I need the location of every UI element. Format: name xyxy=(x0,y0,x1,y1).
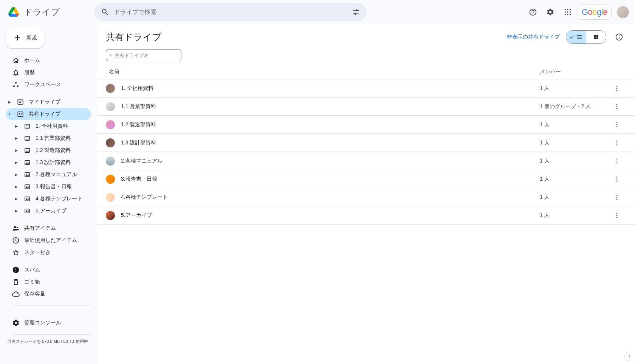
sidebar-item-label: 1.3 設計部資料 xyxy=(36,159,71,166)
sidebar-item-shareddrive-child[interactable]: ▶ 1. 全社用資料 xyxy=(6,120,91,132)
search-input[interactable] xyxy=(113,9,348,15)
sidebar-item-label: 4.各種テンプレート xyxy=(36,195,82,202)
more-button[interactable] xyxy=(611,119,623,131)
sidebar-item-workspaces[interactable]: ワークスペース xyxy=(6,79,91,91)
more-button[interactable] xyxy=(611,101,623,113)
app-name: ドライブ xyxy=(24,6,60,18)
workspaces-icon xyxy=(12,81,20,88)
sidebar-item-shareddrive-child[interactable]: ▶ 5.アーカイブ xyxy=(6,205,91,217)
help-icon[interactable] xyxy=(525,5,541,20)
more-button[interactable] xyxy=(611,173,623,185)
drive-thumbnail xyxy=(106,102,115,111)
svg-point-17 xyxy=(616,106,618,107)
search-options-icon[interactable] xyxy=(348,5,364,20)
sidebar-item-shareddrive-child[interactable]: ▶ 2.各種マニュアル xyxy=(6,169,91,181)
trash-icon xyxy=(12,278,20,286)
sidebar-item-trash[interactable]: ゴミ箱 xyxy=(6,276,91,288)
admin-icon xyxy=(12,319,20,327)
svg-point-8 xyxy=(570,14,571,15)
new-button-label: 新規 xyxy=(26,34,37,41)
more-button[interactable] xyxy=(611,137,623,149)
svg-point-6 xyxy=(565,14,566,15)
drive-logo-icon xyxy=(6,5,21,20)
info-icon[interactable] xyxy=(612,30,626,44)
table-row[interactable]: 4.各種テンプレート 1 人 xyxy=(97,188,635,206)
svg-point-10 xyxy=(13,85,15,87)
members-cell: 1 人 xyxy=(540,139,608,146)
more-button[interactable] xyxy=(611,209,623,221)
logo-area[interactable]: ドライブ xyxy=(6,5,94,20)
table-row[interactable]: 2.各種マニュアル 1 人 xyxy=(97,152,635,170)
svg-point-32 xyxy=(616,197,618,198)
more-button[interactable] xyxy=(611,191,623,203)
sidebar-item-shareddrives[interactable]: ▾ 共有ドライブ xyxy=(6,108,91,120)
table-row[interactable]: 5.アーカイブ 1 人 xyxy=(97,206,635,225)
svg-point-0 xyxy=(565,9,566,10)
svg-point-28 xyxy=(616,177,618,178)
search-bar[interactable] xyxy=(94,3,367,21)
view-toggle xyxy=(566,30,606,44)
svg-point-5 xyxy=(570,11,571,12)
divider xyxy=(13,334,91,335)
svg-point-25 xyxy=(616,158,618,160)
filter-input-container[interactable] xyxy=(106,49,181,61)
sidebar: 新規 ホーム 履歴 ワークスペース ▶ マイドライブ ▾ xyxy=(0,24,97,364)
sidebar-item-shareddrive-child[interactable]: ▶ 4.各種テンプレート xyxy=(6,193,91,205)
table-row[interactable]: 1.3 設計部資料 1 人 xyxy=(97,134,635,152)
more-button[interactable] xyxy=(611,82,623,94)
sidebar-item-storage[interactable]: 保存容量 xyxy=(6,288,91,300)
view-grid-button[interactable] xyxy=(586,31,606,43)
filter-input[interactable] xyxy=(115,53,178,58)
sidebar-item-activity[interactable]: 履歴 xyxy=(6,67,91,79)
svg-point-22 xyxy=(616,140,618,141)
apps-icon[interactable] xyxy=(560,5,575,20)
drive-name: 1.1 営業部資料 xyxy=(121,103,156,110)
table-row[interactable]: 1.1 営業部資料 1 個のグループ・2 人 xyxy=(97,98,635,116)
chevron-right-icon: ▶ xyxy=(7,100,12,104)
sidebar-item-shareddrive-child[interactable]: ▶ 1.3 設計部資料 xyxy=(6,156,91,169)
settings-icon[interactable] xyxy=(543,5,558,20)
sidebar-item-spam[interactable]: スパム xyxy=(6,264,91,276)
svg-point-33 xyxy=(616,198,618,200)
table-row[interactable]: 1.2 製造部資料 1 人 xyxy=(97,116,635,134)
table-row[interactable]: 1. 全社用資料 1 人 xyxy=(97,79,635,98)
sidebar-item-label: 1.1 営業部資料 xyxy=(36,135,71,142)
sidebar-item-home[interactable]: ホーム xyxy=(6,54,91,67)
search-icon xyxy=(109,52,112,58)
sidebar-item-sharedwithme[interactable]: 共有アイテム xyxy=(6,222,91,234)
more-button[interactable] xyxy=(611,155,623,167)
members-cell: 1 個のグループ・2 人 xyxy=(540,103,608,110)
sidebar-item-label: 1.2 製造部資料 xyxy=(36,147,71,154)
new-button[interactable]: 新規 xyxy=(6,27,44,48)
sidebar-item-mydrive[interactable]: ▶ マイドライブ xyxy=(6,96,91,108)
sidebar-item-shareddrive-child[interactable]: ▶ 1.2 製造部資料 xyxy=(6,144,91,156)
svg-point-14 xyxy=(616,88,618,89)
shareddrive-icon xyxy=(23,135,31,142)
svg-point-21 xyxy=(616,126,618,127)
column-name[interactable]: 名前 xyxy=(106,68,540,75)
google-logo[interactable]: Google xyxy=(578,5,612,20)
chevron-right-icon: ▶ xyxy=(14,136,19,140)
drive-thumbnail xyxy=(106,211,115,220)
divider xyxy=(13,305,91,306)
sidebar-item-shareddrive-child[interactable]: ▶ 3.報告書・日報 xyxy=(6,181,91,193)
collapse-sidepanel-button[interactable] xyxy=(624,352,633,361)
svg-point-1 xyxy=(567,9,568,10)
sidebar-item-shareddrive-child[interactable]: ▶ 1.1 営業部資料 xyxy=(6,132,91,144)
svg-point-4 xyxy=(567,11,568,12)
members-cell: 1 人 xyxy=(540,158,608,164)
drive-name: 3.報告書・日報 xyxy=(121,176,157,183)
sidebar-item-admin[interactable]: 管理コンソール xyxy=(6,317,91,329)
svg-point-29 xyxy=(616,178,618,180)
svg-point-23 xyxy=(616,142,618,143)
shareddrive-icon xyxy=(23,207,31,215)
table-row[interactable]: 3.報告書・日報 1 人 xyxy=(97,170,635,188)
drive-thumbnail xyxy=(106,84,115,93)
people-icon xyxy=(12,225,20,232)
search-icon[interactable] xyxy=(98,5,113,20)
hidden-drives-link[interactable]: 非表示の共有ドライブ xyxy=(507,34,560,40)
sidebar-item-starred[interactable]: スター付き xyxy=(6,246,91,259)
user-avatar[interactable] xyxy=(617,6,629,18)
view-list-button[interactable] xyxy=(566,31,586,43)
sidebar-item-recent[interactable]: 最近使用したアイテム xyxy=(6,234,91,246)
